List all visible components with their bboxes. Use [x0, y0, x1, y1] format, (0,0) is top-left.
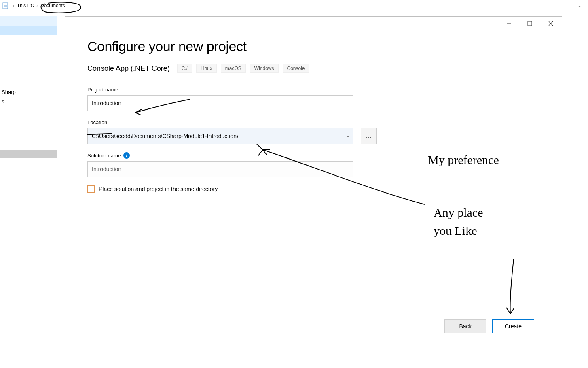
- sidebar-item-sharp[interactable]: Sharp: [0, 87, 57, 97]
- configure-project-dialog: Configure your new project Console App (…: [65, 16, 562, 340]
- explorer-sidebar: Sharp s: [0, 16, 57, 106]
- chevron-down-icon[interactable]: ⌄: [577, 3, 586, 9]
- breadcrumb: › This PC › Documents ⌄: [0, 0, 588, 11]
- same-directory-label: Place solution and project in the same d…: [99, 186, 218, 192]
- project-name-field[interactable]: [87, 95, 353, 111]
- location-combo[interactable]: C:\Users\scedd\Documents\CSharp-Module1-…: [87, 128, 353, 144]
- tag: C#: [177, 64, 192, 73]
- info-icon[interactable]: i: [123, 152, 130, 159]
- dialog-titlebar: [65, 17, 562, 30]
- minimize-button[interactable]: [503, 17, 515, 30]
- location-label: Location: [87, 119, 539, 126]
- project-template-info: Console App (.NET Core) C# Linux macOS W…: [87, 64, 539, 73]
- template-name: Console App (.NET Core): [87, 64, 170, 73]
- svg-rect-0: [3, 3, 8, 9]
- location-value: C:\Users\scedd\Documents\CSharp-Module1-…: [92, 133, 238, 139]
- svg-rect-5: [528, 21, 532, 26]
- document-icon: [2, 2, 8, 9]
- tag: Linux: [196, 64, 217, 73]
- project-name-label: Project name: [87, 87, 539, 93]
- close-button[interactable]: [545, 17, 557, 30]
- chevron-right-icon: ›: [13, 3, 15, 8]
- tag: macOS: [221, 64, 246, 73]
- same-directory-checkbox[interactable]: [87, 185, 95, 193]
- solution-name-field[interactable]: [87, 161, 353, 177]
- solution-name-label: Solution name: [87, 153, 121, 159]
- create-button[interactable]: Create: [492, 319, 534, 333]
- browse-button[interactable]: ...: [361, 128, 377, 144]
- sidebar-item[interactable]: [0, 16, 57, 26]
- tag: Console: [283, 64, 309, 73]
- breadcrumb-this-pc[interactable]: This PC: [17, 3, 34, 9]
- dialog-title: Configure your new project: [87, 38, 539, 54]
- sidebar-item-s[interactable]: s: [0, 97, 57, 106]
- tag: Windows: [250, 64, 279, 73]
- chevron-right-icon: ›: [36, 3, 38, 8]
- sidebar-item[interactable]: [0, 26, 57, 35]
- maximize-button[interactable]: [524, 17, 536, 30]
- sidebar-selection: [0, 150, 57, 158]
- breadcrumb-documents[interactable]: Documents: [40, 3, 65, 9]
- chevron-down-icon: ▾: [347, 134, 349, 138]
- back-button[interactable]: Back: [444, 319, 486, 333]
